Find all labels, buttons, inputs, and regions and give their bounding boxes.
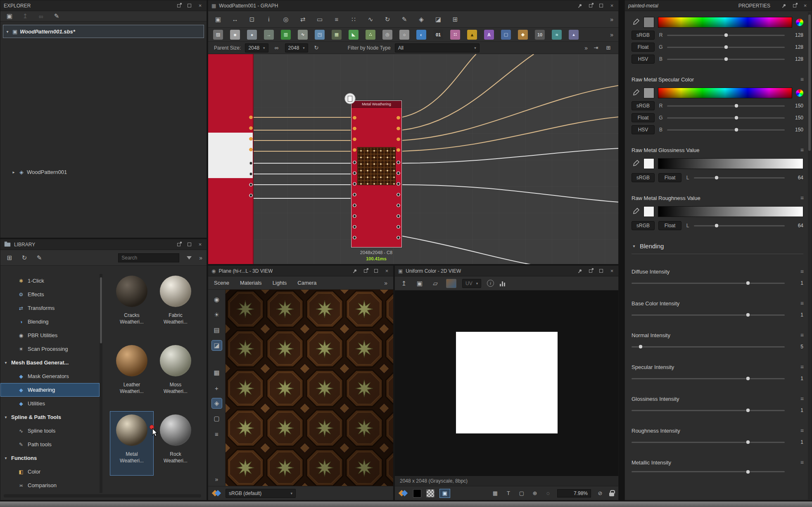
display-mode-icon[interactable]: ▭ [315,14,325,24]
opacity-node-icon[interactable]: ◎ [382,30,392,40]
node-filter-select[interactable]: All▾ [395,43,480,52]
float-icon[interactable] [587,2,594,9]
library-category[interactable]: ≍ Comparison [0,478,100,492]
layers-icon[interactable]: ≡ [212,429,222,439]
menu-icon[interactable]: ≡ [800,268,803,275]
menu-item[interactable]: Lights [273,280,287,286]
image-view-button[interactable]: ▣ [439,489,450,498]
library-vertical-scrollbar[interactable] [100,274,102,493]
menu-icon[interactable]: ≡ [800,427,803,434]
pin-icon[interactable] [577,268,583,274]
relayout-icon[interactable]: ↻ [382,14,392,24]
menu-icon[interactable]: ≡ [800,395,803,402]
slider-handle[interactable] [724,57,728,62]
connection-mode-icon[interactable]: ⇥ [592,43,600,53]
menu-item[interactable]: Scene [214,280,229,286]
maximize-icon[interactable] [186,2,192,9]
channel-slider[interactable] [667,105,785,107]
maximize-icon[interactable] [598,2,604,9]
color-mode-button[interactable]: sRGB [632,101,655,110]
parameter-slider[interactable] [632,283,785,284]
channel-slider[interactable] [694,177,785,179]
library-asset[interactable]: Leather Weatheri... [110,342,154,406]
pyramid-node-icon[interactable]: ▲ [467,30,477,40]
grayscale-swatch[interactable] [643,158,654,169]
input-ports[interactable] [352,157,357,243]
light-settings-icon[interactable]: ☀ [212,310,222,320]
maximize-icon[interactable] [186,241,192,248]
overflow-icon[interactable]: » [584,45,588,51]
no-filter-icon[interactable]: ⊘ [596,488,604,498]
library-category[interactable]: ✱ 1-Click [0,274,100,288]
library-category[interactable]: ◧ Color [0,465,100,478]
background-color-swatch[interactable] [413,489,421,497]
scatter-node-icon[interactable]: ∷ [450,30,460,40]
parameter-slider[interactable] [632,346,785,348]
caret-down-icon[interactable]: ▾ [4,415,8,419]
output-ports[interactable] [248,112,254,155]
library-category[interactable]: ⚙ Effects [0,288,100,301]
colorspace-select[interactable]: sRGB (default)▾ [226,489,296,498]
slider-handle[interactable] [734,128,739,132]
menu-item[interactable]: Materials [240,280,262,286]
parent-size-select[interactable]: 2048▾ [245,43,268,52]
slider-handle[interactable] [715,224,719,228]
color-wheel-icon[interactable] [796,89,803,97]
channel-slider[interactable] [667,47,785,48]
center-view-icon[interactable]: ⊕ [531,488,539,498]
menu-icon[interactable]: ≡ [800,332,803,338]
gizmo-icon[interactable]: + [212,383,222,393]
camera-settings-icon[interactable]: ◉ [212,295,222,305]
pin-icon[interactable] [577,2,583,9]
edit-library-icon[interactable]: ✎ [34,253,44,263]
grayscale-gradient-bar[interactable] [658,206,803,217]
float-icon[interactable] [176,241,182,248]
slider-handle[interactable] [746,440,750,445]
library-category[interactable]: ☀ Scan Processing [0,342,100,356]
caret-icon[interactable]: ▸ [11,170,16,174]
color-mode-button[interactable]: sRGB [632,221,655,230]
uv-select[interactable]: UV▾ [462,279,481,288]
text-overlay-icon[interactable]: T [504,488,513,498]
overflow-icon[interactable]: » [199,255,202,261]
alpha-checker-swatch[interactable] [426,489,434,497]
library-asset[interactable]: Metal Weatheri... [110,411,154,476]
fit-view-icon[interactable]: ▢ [518,488,526,498]
grid-snap-icon[interactable]: ⊞ [604,43,613,53]
align-nodes-icon[interactable]: ≡ [332,14,342,24]
output-size-select[interactable]: 2048▾ [285,43,308,52]
search-input[interactable] [121,255,176,261]
shape-node-icon[interactable]: ○ [399,30,409,40]
grayscale-gradient-bar[interactable] [658,158,803,169]
reset-size-icon[interactable]: ↻ [312,43,321,53]
parameter-slider[interactable] [632,314,785,316]
uniform-color-node-icon[interactable]: ■ [230,30,240,40]
slider-handle[interactable] [746,281,750,286]
float-icon[interactable] [362,268,368,274]
tiling-icon[interactable]: ▦ [491,488,499,498]
slider-handle[interactable] [746,469,750,474]
edit-tool-icon[interactable]: ✎ [399,14,409,24]
transform-preview-icon[interactable] [446,279,456,288]
overflow-icon[interactable]: » [610,31,613,38]
input-ports[interactable] [352,112,357,155]
save-image-icon[interactable]: ▣ [415,278,425,288]
library-category[interactable]: ◆ Weathering [0,383,100,397]
float-icon[interactable] [176,2,182,9]
tree-item[interactable]: ▸ ◈ WoodPattern001 i [0,40,207,238]
zoom-level-field[interactable]: 7.98% [557,489,591,497]
grid-layout-icon[interactable]: ⊞ [450,14,460,24]
display-settings-icon[interactable]: ▤ [212,325,222,335]
blending-section-header[interactable]: ▾ Blending [632,243,803,254]
library-category[interactable]: ◉ PBR Utilities [0,328,100,342]
eyedropper-icon[interactable] [632,89,640,97]
overflow-icon[interactable]: » [215,476,218,483]
directional-warp-node-icon[interactable]: → [264,30,274,40]
library-category[interactable]: ◆ Utilities [0,397,100,410]
library-asset[interactable]: Rock Weatheri... [154,411,197,476]
color-mode-button[interactable]: HSV [632,55,655,64]
menu-icon[interactable]: ≡ [800,364,803,370]
2d-viewport[interactable] [395,290,618,476]
menu-icon[interactable]: ≡ [800,76,803,83]
properties-scrollbar[interactable] [808,12,811,500]
